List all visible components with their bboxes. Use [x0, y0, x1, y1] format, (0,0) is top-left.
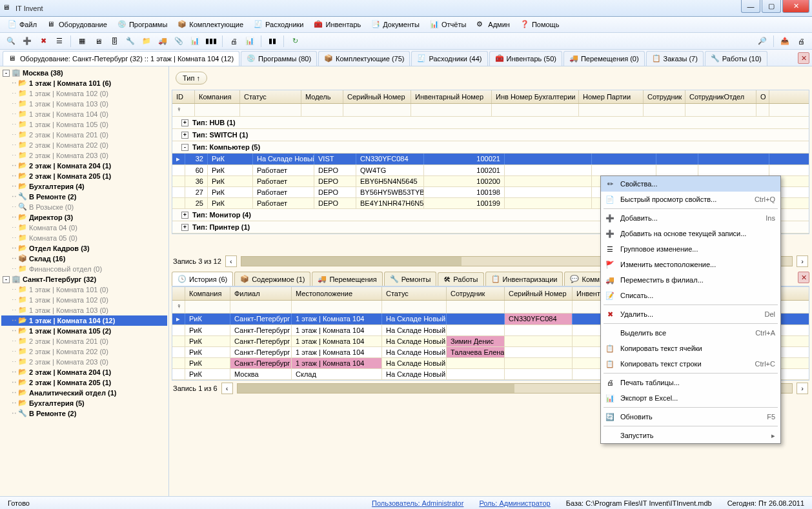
tree-node-7[interactable]: ⋅⋅📁2 этаж | Комната 202 (0) [1, 140, 167, 150]
grid-group[interactable]: +Тип: HUB (1) [172, 117, 809, 129]
menu-8[interactable]: ⚙Админ [472, 19, 514, 30]
menu-2[interactable]: 💿Программы [114, 19, 171, 30]
dcol-0[interactable]: Компания [185, 287, 230, 300]
chart-icon[interactable]: 📊 [188, 34, 202, 48]
barcode-icon[interactable]: ▮▮▮ [204, 34, 218, 48]
tree-node-4[interactable]: ⋅⋅📁1 этаж | Комната 104 (0) [1, 109, 167, 119]
tab-close-button[interactable]: ✕ [798, 52, 809, 64]
menu-0[interactable]: 📄Файл [4, 19, 41, 30]
subtab-5[interactable]: 📋Инвентаризации [485, 272, 563, 286]
status-user[interactable]: Пользователь: Administrator [372, 499, 463, 507]
tab-4[interactable]: 🧰Инвентарь (50) [489, 51, 562, 66]
ctx-item-13[interactable]: 📋Копировать текст ячейки [601, 341, 780, 356]
ctx-item-7[interactable]: 🚚Переместить в филиал... [601, 272, 780, 288]
menu-1[interactable]: 🖥Оборудование [43, 19, 111, 30]
col-4[interactable]: Серийный Номер [343, 90, 411, 103]
tree-node-14[interactable]: ⋅⋅📂Директор (3) [1, 212, 167, 223]
dfilter-0[interactable] [185, 301, 230, 313]
tab-7[interactable]: 🔧Работы (10) [705, 51, 767, 66]
tree-node-5[interactable]: ⋅⋅📁1 этаж | Комната 105 (0) [1, 119, 167, 130]
db-icon[interactable]: 🗄 [107, 34, 121, 48]
subtab-6[interactable]: 💬Комм [564, 272, 605, 286]
detail-nav-next[interactable]: › [797, 383, 808, 394]
refresh-icon[interactable]: ↻ [288, 34, 302, 48]
menu-6[interactable]: 📑Документы [367, 19, 423, 30]
tree-node-6[interactable]: ⋅⋅📁2 этаж | Комната 201 (0) [1, 130, 167, 140]
subtab-close-button[interactable]: ✕ [798, 272, 809, 283]
tree-node-9[interactable]: ⋅⋅📂2 этаж | Комната 204 (1) [1, 161, 167, 171]
pc-icon[interactable]: 🖥 [91, 34, 105, 48]
print2-icon[interactable]: 🖨 [794, 34, 808, 48]
tree-node-15[interactable]: ⋅⋅📁Комната 04 (0) [1, 223, 167, 233]
tree-node-16[interactable]: ⋅⋅📁Комната 05 (0) [1, 233, 167, 243]
tree-node-31[interactable]: ⋅⋅📂Аналитический отдел (1) [1, 388, 167, 398]
dcol-2[interactable]: Местоположение [292, 287, 382, 300]
col-2[interactable]: Статус [240, 90, 301, 103]
filter-0[interactable]: ♀ [172, 104, 195, 116]
col-3[interactable]: Модель [301, 90, 343, 103]
grid-icon[interactable]: ▦ [75, 34, 89, 48]
col-8[interactable]: Сотрудник [644, 90, 685, 103]
tree-node-2[interactable]: ⋅⋅📁1 этаж | Комната 102 (0) [1, 88, 167, 99]
ctx-item-16[interactable]: 🖨Печать таблицы... [601, 375, 780, 390]
tree-node-29[interactable]: ⋅⋅📂2 этаж | Комната 204 (1) [1, 367, 167, 377]
dcol-3[interactable]: Статус [382, 287, 447, 300]
subtab-4[interactable]: 🛠Работы [438, 272, 483, 286]
minimize-button[interactable]: — [741, 0, 760, 13]
tree-node-21[interactable]: ⋅⋅📁1 этаж | Комната 101 (0) [1, 284, 167, 295]
dfilter-5[interactable] [505, 301, 573, 313]
ctx-item-3[interactable]: ➕Добавить...Ins [601, 210, 780, 226]
col-6[interactable]: Инв Номер Бухгалтерии [492, 90, 579, 103]
tree-node-17[interactable]: ⋅⋅📂Отдел Кадров (3) [1, 243, 167, 254]
tree-node-25[interactable]: ⋅⋅📂1 этаж | Комната 105 (2) [1, 326, 167, 336]
col-7[interactable]: Номер Партии [579, 90, 644, 103]
dfilter-1[interactable] [230, 301, 292, 313]
tree-node-24[interactable]: ⋅⋅📂1 этаж | Комната 104 (12) [1, 315, 167, 326]
search-icon[interactable]: 🔍 [4, 34, 18, 48]
ctx-item-4[interactable]: ➕Добавить на основе текущей записи... [601, 226, 780, 241]
filter-5[interactable] [411, 104, 492, 116]
status-role[interactable]: Роль: Администратор [479, 499, 550, 507]
filter-8[interactable] [644, 104, 685, 116]
col-9[interactable]: СотрудникОтдел [685, 90, 756, 103]
ctx-item-10[interactable]: ✖Удалить...Del [601, 306, 780, 322]
clip-icon[interactable]: 📎 [172, 34, 186, 48]
filter-2[interactable] [240, 104, 301, 116]
dfilter-2[interactable] [292, 301, 382, 313]
truck-icon[interactable]: 🚚 [156, 34, 170, 48]
tree-node-1[interactable]: ⋅⋅📂1 этаж | Комната 101 (6) [1, 78, 167, 88]
table-row[interactable]: ▸32РиКНа Складе НовыйVISTCN330YFC0841000… [172, 154, 809, 165]
dcol-1[interactable]: Филиал [230, 287, 292, 300]
tree-node-12[interactable]: ⋅⋅🔧В Ремонте (2) [1, 192, 167, 202]
maximize-button[interactable]: ▢ [762, 0, 781, 13]
ctx-item-14[interactable]: 📋Копировать текст строкиCtrl+C [601, 356, 780, 372]
code-icon[interactable]: ▮▮ [265, 34, 279, 48]
col-10[interactable]: О [756, 90, 769, 103]
col-0[interactable]: ID [172, 90, 195, 103]
ctx-item-5[interactable]: ☰Групповое изменение... [601, 241, 780, 257]
grid-group[interactable]: -Тип: Компьютер (5) [172, 141, 809, 154]
tree-node-20[interactable]: -🏢Санкт-Петербург (32) [1, 274, 167, 284]
ctx-item-0[interactable]: ✏Свойства... [601, 176, 780, 192]
folder-icon[interactable]: 📁 [139, 34, 154, 48]
tool-icon[interactable]: 🔧 [123, 34, 137, 48]
tab-0[interactable]: 🖥Оборудование: Санкт-Петербург (32) :: 1… [3, 51, 239, 66]
tree-node-23[interactable]: ⋅⋅📁1 этаж | Комната 103 (0) [1, 305, 167, 315]
add-icon[interactable]: ➕ [20, 34, 34, 48]
tree-expander[interactable]: - [3, 70, 10, 77]
filter-1[interactable] [195, 104, 240, 116]
menu-7[interactable]: 📊Отчёты [426, 19, 470, 30]
filter-7[interactable] [579, 104, 644, 116]
menu-5[interactable]: 🧰Инвентарь [310, 19, 365, 30]
tree-node-28[interactable]: ⋅⋅📁2 этаж | Комната 203 (0) [1, 357, 167, 367]
tree-node-8[interactable]: ⋅⋅📁2 этаж | Комната 203 (0) [1, 150, 167, 161]
nav-next[interactable]: › [797, 255, 808, 267]
tree-node-22[interactable]: ⋅⋅📁1 этаж | Комната 102 (0) [1, 295, 167, 305]
tree-node-19[interactable]: ⋅⋅📁Финансовый отдел (0) [1, 264, 167, 274]
tree-node-33[interactable]: ⋅⋅🔧В Ремонте (2) [1, 408, 167, 419]
grid-group[interactable]: +Тип: SWITCH (1) [172, 129, 809, 141]
filter-6[interactable] [492, 104, 579, 116]
filter-9[interactable] [685, 104, 756, 116]
table-row[interactable]: 60РиКРаботаетDEPOQW4TG100201 [172, 165, 809, 176]
ctx-item-1[interactable]: 📄Быстрый просмотр свойств...Ctrl+Q [601, 192, 780, 207]
